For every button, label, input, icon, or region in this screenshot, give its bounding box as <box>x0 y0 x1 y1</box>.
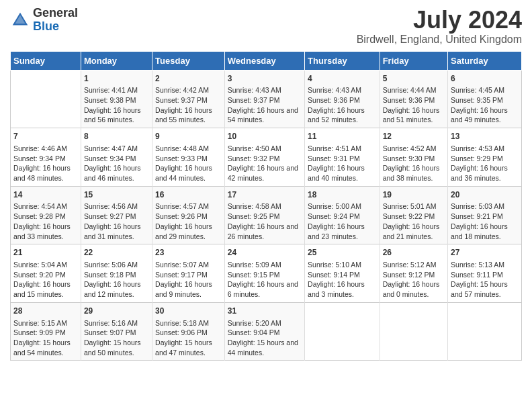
day-number: 3 <box>228 73 302 85</box>
day-cell: 19Sunrise: 5:01 AMSunset: 9:22 PMDayligh… <box>380 186 447 244</box>
day-number: 1 <box>84 73 149 85</box>
day-info: Sunrise: 4:43 AMSunset: 9:37 PMDaylight:… <box>228 85 302 125</box>
day-number: 19 <box>383 189 445 201</box>
col-header-wednesday: Wednesday <box>224 51 304 70</box>
day-number: 11 <box>308 131 377 142</box>
day-cell: 24Sunrise: 5:09 AMSunset: 9:15 PMDayligh… <box>224 244 304 303</box>
day-cell <box>448 302 522 361</box>
day-cell: 1Sunrise: 4:41 AMSunset: 9:38 PMDaylight… <box>81 70 152 128</box>
day-cell: 20Sunrise: 5:03 AMSunset: 9:21 PMDayligh… <box>448 186 522 244</box>
day-info: Sunrise: 4:46 AMSunset: 9:34 PMDaylight:… <box>13 144 78 183</box>
week-row-1: 1Sunrise: 4:41 AMSunset: 9:38 PMDaylight… <box>11 70 522 128</box>
month-title: July 2024 <box>357 7 522 34</box>
day-number: 16 <box>155 189 222 201</box>
day-info: Sunrise: 4:43 AMSunset: 9:36 PMDaylight:… <box>308 85 377 125</box>
day-info: Sunrise: 4:44 AMSunset: 9:36 PMDaylight:… <box>383 85 445 125</box>
logo-text: General Blue <box>33 7 78 34</box>
day-cell: 17Sunrise: 4:58 AMSunset: 9:25 PMDayligh… <box>224 186 304 244</box>
day-info: Sunrise: 4:58 AMSunset: 9:25 PMDaylight:… <box>228 201 302 241</box>
day-cell: 23Sunrise: 5:07 AMSunset: 9:17 PMDayligh… <box>152 244 225 303</box>
day-info: Sunrise: 5:07 AMSunset: 9:17 PMDaylight:… <box>155 260 222 300</box>
day-info: Sunrise: 4:54 AMSunset: 9:28 PMDaylight:… <box>13 201 78 241</box>
day-cell: 5Sunrise: 4:44 AMSunset: 9:36 PMDaylight… <box>380 70 447 128</box>
day-cell: 8Sunrise: 4:47 AMSunset: 9:34 PMDaylight… <box>81 128 152 187</box>
week-row-3: 14Sunrise: 4:54 AMSunset: 9:28 PMDayligh… <box>11 186 522 244</box>
day-info: Sunrise: 4:53 AMSunset: 9:29 PMDaylight:… <box>451 144 519 183</box>
day-number: 25 <box>308 247 377 259</box>
day-info: Sunrise: 5:16 AMSunset: 9:07 PMDaylight:… <box>84 318 149 358</box>
day-number: 22 <box>84 247 149 259</box>
day-cell: 2Sunrise: 4:42 AMSunset: 9:37 PMDaylight… <box>152 70 225 128</box>
day-number: 17 <box>228 189 302 201</box>
day-cell: 30Sunrise: 5:18 AMSunset: 9:06 PMDayligh… <box>152 302 225 361</box>
col-header-sunday: Sunday <box>11 51 81 70</box>
calendar-table: SundayMondayTuesdayWednesdayThursdayFrid… <box>10 51 522 361</box>
day-cell: 6Sunrise: 4:45 AMSunset: 9:35 PMDaylight… <box>448 70 522 128</box>
day-cell: 28Sunrise: 5:15 AMSunset: 9:09 PMDayligh… <box>11 302 81 361</box>
logo: General Blue <box>10 7 78 34</box>
day-cell: 10Sunrise: 4:50 AMSunset: 9:32 PMDayligh… <box>224 128 304 187</box>
day-cell: 16Sunrise: 4:57 AMSunset: 9:26 PMDayligh… <box>152 186 225 244</box>
day-cell: 9Sunrise: 4:48 AMSunset: 9:33 PMDaylight… <box>152 128 225 187</box>
day-cell <box>11 70 81 128</box>
day-info: Sunrise: 4:57 AMSunset: 9:26 PMDaylight:… <box>155 201 222 241</box>
col-header-tuesday: Tuesday <box>152 51 225 70</box>
day-info: Sunrise: 4:51 AMSunset: 9:31 PMDaylight:… <box>308 144 377 183</box>
day-info: Sunrise: 5:20 AMSunset: 9:04 PMDaylight:… <box>228 318 302 358</box>
col-header-saturday: Saturday <box>448 51 522 70</box>
week-row-2: 7Sunrise: 4:46 AMSunset: 9:34 PMDaylight… <box>11 128 522 187</box>
day-cell <box>380 302 447 361</box>
day-number: 15 <box>84 189 149 201</box>
day-number: 31 <box>228 306 302 317</box>
day-number: 8 <box>84 131 149 142</box>
day-cell: 15Sunrise: 4:56 AMSunset: 9:27 PMDayligh… <box>81 186 152 244</box>
day-number: 20 <box>451 189 519 201</box>
page-header: General Blue July 2024 Birdwell, England… <box>10 7 522 46</box>
day-info: Sunrise: 4:52 AMSunset: 9:30 PMDaylight:… <box>383 144 445 183</box>
col-header-friday: Friday <box>380 51 447 70</box>
day-cell: 29Sunrise: 5:16 AMSunset: 9:07 PMDayligh… <box>81 302 152 361</box>
day-number: 27 <box>451 247 519 259</box>
day-info: Sunrise: 5:06 AMSunset: 9:18 PMDaylight:… <box>84 260 149 300</box>
day-number: 13 <box>451 131 519 142</box>
location: Birdwell, England, United Kingdom <box>357 34 522 46</box>
day-info: Sunrise: 5:13 AMSunset: 9:11 PMDaylight:… <box>451 260 519 300</box>
day-number: 26 <box>383 247 445 259</box>
day-number: 29 <box>84 306 149 317</box>
day-number: 7 <box>13 131 78 142</box>
day-cell: 11Sunrise: 4:51 AMSunset: 9:31 PMDayligh… <box>305 128 380 187</box>
day-info: Sunrise: 4:47 AMSunset: 9:34 PMDaylight:… <box>84 144 149 183</box>
day-info: Sunrise: 4:50 AMSunset: 9:32 PMDaylight:… <box>228 144 302 183</box>
day-number: 28 <box>13 306 78 317</box>
day-info: Sunrise: 4:41 AMSunset: 9:38 PMDaylight:… <box>84 85 149 125</box>
week-row-4: 21Sunrise: 5:04 AMSunset: 9:20 PMDayligh… <box>11 244 522 303</box>
header-row: SundayMondayTuesdayWednesdayThursdayFrid… <box>11 51 522 70</box>
day-cell: 18Sunrise: 5:00 AMSunset: 9:24 PMDayligh… <box>305 186 380 244</box>
day-info: Sunrise: 4:48 AMSunset: 9:33 PMDaylight:… <box>155 144 222 183</box>
day-cell: 26Sunrise: 5:12 AMSunset: 9:12 PMDayligh… <box>380 244 447 303</box>
day-info: Sunrise: 5:04 AMSunset: 9:20 PMDaylight:… <box>13 260 78 300</box>
day-number: 5 <box>383 73 445 85</box>
day-number: 21 <box>13 247 78 259</box>
week-row-5: 28Sunrise: 5:15 AMSunset: 9:09 PMDayligh… <box>11 302 522 361</box>
logo-icon <box>10 10 30 30</box>
day-cell: 7Sunrise: 4:46 AMSunset: 9:34 PMDaylight… <box>11 128 81 187</box>
day-cell: 12Sunrise: 4:52 AMSunset: 9:30 PMDayligh… <box>380 128 447 187</box>
title-area: July 2024 Birdwell, England, United King… <box>357 7 522 46</box>
col-header-thursday: Thursday <box>305 51 380 70</box>
day-cell: 3Sunrise: 4:43 AMSunset: 9:37 PMDaylight… <box>224 70 304 128</box>
day-info: Sunrise: 5:10 AMSunset: 9:14 PMDaylight:… <box>308 260 377 300</box>
day-info: Sunrise: 5:01 AMSunset: 9:22 PMDaylight:… <box>383 201 445 241</box>
day-number: 30 <box>155 306 222 317</box>
day-cell <box>305 302 380 361</box>
day-number: 12 <box>383 131 445 142</box>
day-cell: 22Sunrise: 5:06 AMSunset: 9:18 PMDayligh… <box>81 244 152 303</box>
day-cell: 13Sunrise: 4:53 AMSunset: 9:29 PMDayligh… <box>448 128 522 187</box>
day-info: Sunrise: 4:45 AMSunset: 9:35 PMDaylight:… <box>451 85 519 125</box>
day-cell: 21Sunrise: 5:04 AMSunset: 9:20 PMDayligh… <box>11 244 81 303</box>
col-header-monday: Monday <box>81 51 152 70</box>
day-info: Sunrise: 5:00 AMSunset: 9:24 PMDaylight:… <box>308 201 377 241</box>
day-cell: 31Sunrise: 5:20 AMSunset: 9:04 PMDayligh… <box>224 302 304 361</box>
day-number: 4 <box>308 73 377 85</box>
day-info: Sunrise: 4:56 AMSunset: 9:27 PMDaylight:… <box>84 201 149 241</box>
